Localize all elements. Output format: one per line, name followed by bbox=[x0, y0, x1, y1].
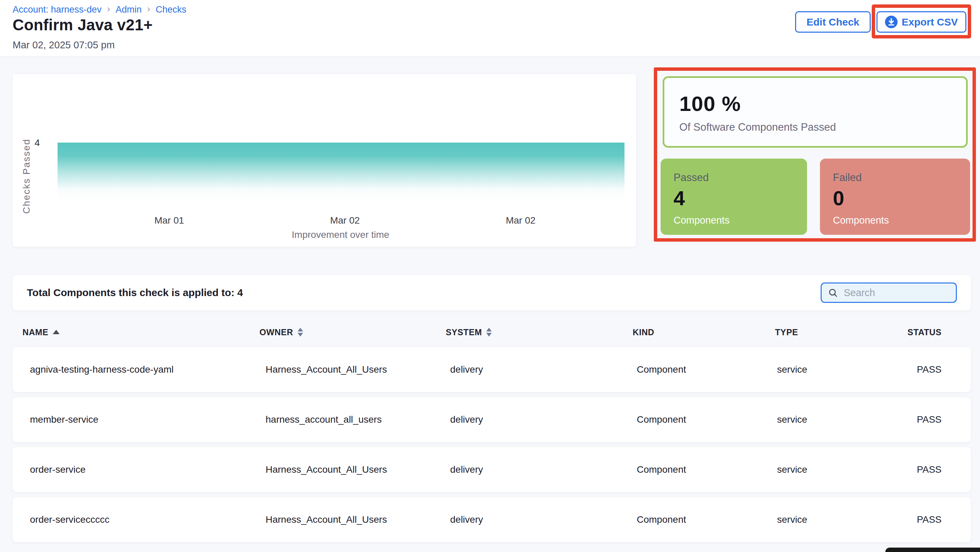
failed-count: 0 bbox=[833, 187, 970, 210]
cell-status: PASS bbox=[908, 364, 971, 375]
passed-count: 4 bbox=[673, 187, 807, 210]
x-axis-title: Improvement over time bbox=[292, 229, 389, 240]
check-timestamp: Mar 02, 2025 07:05 pm bbox=[13, 40, 115, 51]
column-header-name[interactable]: NAME bbox=[13, 327, 254, 337]
cell-system: delivery bbox=[439, 414, 627, 425]
column-header-system[interactable]: SYSTEM bbox=[439, 327, 627, 337]
export-csv-label: Export CSV bbox=[902, 16, 958, 28]
y-axis-label: Checks Passed bbox=[21, 139, 32, 214]
cell-type: service bbox=[768, 464, 908, 475]
search-box[interactable] bbox=[821, 282, 957, 303]
column-header-status-label: STATUS bbox=[907, 327, 942, 337]
column-header-owner[interactable]: OWNER bbox=[254, 327, 439, 337]
sort-icon bbox=[486, 328, 492, 336]
table-row[interactable]: agniva-testing-harness-code-yaml Harness… bbox=[13, 347, 971, 392]
cell-status: PASS bbox=[908, 414, 971, 425]
total-components-label: Total Components this check is applied t… bbox=[27, 287, 243, 298]
sort-icon bbox=[298, 328, 303, 336]
checks-passed-chart-card: Checks Passed 4 Mar 01 Mar 02 Mar 02 Imp… bbox=[13, 74, 636, 247]
download-circle-icon bbox=[885, 16, 897, 28]
breadcrumb-admin-link[interactable]: Admin bbox=[115, 5, 142, 15]
breadcrumb: Account: harness-dev › Admin › Checks bbox=[13, 4, 186, 15]
search-input[interactable] bbox=[843, 287, 950, 299]
cell-status: PASS bbox=[908, 464, 971, 475]
cell-type: service bbox=[768, 364, 908, 375]
cell-type: service bbox=[768, 414, 908, 425]
cell-name: agniva-testing-harness-code-yaml bbox=[13, 364, 254, 375]
table-row[interactable]: order-serviceccccc Harness_Account_All_U… bbox=[13, 497, 971, 542]
passed-label: Passed bbox=[673, 171, 807, 184]
page-title: Confirm Java v21+ bbox=[13, 16, 153, 34]
y-axis-tick: 4 bbox=[25, 138, 40, 148]
percent-passed-caption: Of Software Components Passed bbox=[679, 121, 966, 133]
x-axis-tick: Mar 02 bbox=[330, 215, 360, 226]
failed-card: Failed 0 Components bbox=[820, 159, 970, 235]
column-header-name-label: NAME bbox=[22, 327, 48, 337]
column-header-owner-label: OWNER bbox=[259, 327, 293, 337]
cell-status: PASS bbox=[908, 514, 971, 525]
table-row[interactable]: order-service Harness_Account_All_Users … bbox=[13, 447, 971, 492]
cell-owner: Harness_Account_All_Users bbox=[254, 364, 439, 375]
percent-passed-card: 100 % Of Software Components Passed bbox=[663, 76, 968, 148]
checks-detail-page: Account: harness-dev › Admin › Checks Co… bbox=[0, 0, 980, 552]
cell-kind: Component bbox=[627, 464, 768, 475]
cell-owner: Harness_Account_All_Users bbox=[254, 464, 439, 475]
chevron-right-icon: › bbox=[107, 4, 110, 15]
column-header-system-label: SYSTEM bbox=[446, 327, 482, 337]
cell-system: delivery bbox=[439, 514, 627, 525]
export-csv-button[interactable]: Export CSV bbox=[877, 11, 966, 33]
column-header-kind: KIND bbox=[627, 327, 768, 337]
cell-type: service bbox=[768, 514, 908, 525]
failed-label: Failed bbox=[833, 171, 970, 184]
table-header: NAME OWNER SYSTEM KIND TYPE STATUS bbox=[13, 320, 971, 344]
column-header-kind-label: KIND bbox=[633, 327, 654, 337]
passed-card: Passed 4 Components bbox=[660, 159, 807, 235]
breadcrumb-account-link[interactable]: Account: harness-dev bbox=[13, 5, 102, 15]
table-row[interactable]: member-service harness_account_all_users… bbox=[13, 397, 971, 442]
column-header-status: STATUS bbox=[908, 327, 971, 337]
column-header-type: TYPE bbox=[768, 327, 908, 337]
table-body: agniva-testing-harness-code-yaml Harness… bbox=[13, 347, 971, 542]
cell-kind: Component bbox=[627, 364, 768, 375]
percent-passed-value: 100 % bbox=[679, 92, 966, 116]
total-components-bar: Total Components this check is applied t… bbox=[13, 275, 971, 310]
failed-unit: Components bbox=[833, 215, 970, 226]
sort-ascending-icon bbox=[53, 330, 60, 334]
annotation-box-summary: 100 % Of Software Components Passed Pass… bbox=[654, 67, 976, 242]
area-series-checks-passed bbox=[57, 143, 625, 201]
cell-name: order-serviceccccc bbox=[13, 514, 254, 525]
bottom-right-widget[interactable] bbox=[885, 547, 980, 552]
cell-name: member-service bbox=[13, 414, 254, 425]
x-axis-tick: Mar 02 bbox=[506, 215, 535, 226]
edit-check-button[interactable]: Edit Check bbox=[795, 11, 871, 33]
cell-name: order-service bbox=[13, 464, 254, 475]
top-bar: Account: harness-dev › Admin › Checks Co… bbox=[0, 0, 980, 57]
breadcrumb-checks-link[interactable]: Checks bbox=[156, 5, 186, 15]
search-icon bbox=[828, 287, 838, 298]
column-header-type-label: TYPE bbox=[775, 327, 798, 337]
cell-owner: Harness_Account_All_Users bbox=[254, 514, 439, 525]
chevron-right-icon: › bbox=[147, 4, 150, 15]
passed-unit: Components bbox=[673, 215, 807, 226]
cell-kind: Component bbox=[627, 414, 768, 425]
cell-kind: Component bbox=[627, 514, 768, 525]
cell-system: delivery bbox=[439, 364, 627, 375]
x-axis-tick: Mar 01 bbox=[154, 215, 184, 226]
cell-owner: harness_account_all_users bbox=[254, 414, 439, 425]
cell-system: delivery bbox=[439, 464, 627, 475]
